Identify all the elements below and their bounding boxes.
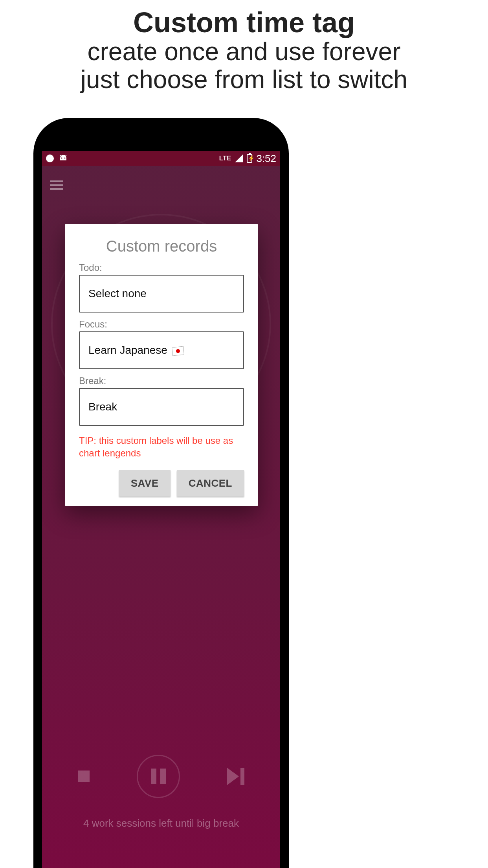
focus-select[interactable]: Learn Japanese — [79, 331, 244, 369]
svg-line-3 — [66, 155, 67, 156]
lte-indicator: LTE — [219, 155, 231, 162]
japan-flag-icon — [172, 346, 184, 356]
focus-label: Focus: — [79, 319, 244, 330]
focus-value: Learn Japanese — [88, 344, 167, 356]
battery-charging-icon: ⚡ — [247, 154, 252, 163]
menu-icon[interactable] — [50, 180, 63, 190]
tip-text: TIP: this custom labels will be use as c… — [79, 434, 244, 460]
clock-time: 3:52 — [256, 153, 276, 165]
promo-title: Custom time tag — [0, 8, 488, 38]
player-controls — [42, 755, 280, 798]
promo-sub-2: just choose from list to switch — [0, 66, 488, 94]
screen: LTE ⚡ 3:52 4 work sessions left until bi… — [42, 151, 280, 868]
svg-point-1 — [64, 157, 65, 158]
break-select[interactable]: Break — [79, 388, 244, 426]
save-button[interactable]: SAVE — [119, 470, 171, 497]
svg-line-2 — [60, 155, 61, 156]
todo-select[interactable]: Select none — [79, 275, 244, 313]
stop-button[interactable] — [78, 771, 90, 782]
dialog-title: Custom records — [79, 237, 244, 255]
custom-records-dialog: Custom records Todo: Select none Focus: … — [65, 224, 258, 506]
promo-sub-1: create once and use forever — [0, 38, 488, 66]
android-debug-icon — [59, 155, 68, 162]
todo-value: Select none — [88, 287, 147, 300]
break-value: Break — [88, 401, 117, 413]
signal-icon — [235, 154, 243, 162]
svg-point-0 — [61, 157, 62, 158]
dialog-actions: SAVE CANCEL — [79, 470, 244, 497]
pause-button[interactable] — [137, 755, 180, 798]
next-icon — [227, 768, 239, 785]
device-frame: LTE ⚡ 3:52 4 work sessions left until bi… — [33, 118, 289, 868]
app-bar — [42, 166, 280, 204]
next-button[interactable] — [227, 768, 244, 785]
sessions-remaining: 4 work sessions left until big break — [42, 817, 280, 829]
cancel-button[interactable]: CANCEL — [177, 470, 244, 497]
status-bar: LTE ⚡ 3:52 — [42, 151, 280, 166]
break-label: Break: — [79, 375, 244, 386]
notification-dot-icon — [46, 154, 54, 162]
promo-header: Custom time tag create once and use fore… — [0, 8, 488, 94]
pause-icon — [151, 769, 166, 784]
todo-label: Todo: — [79, 262, 244, 273]
